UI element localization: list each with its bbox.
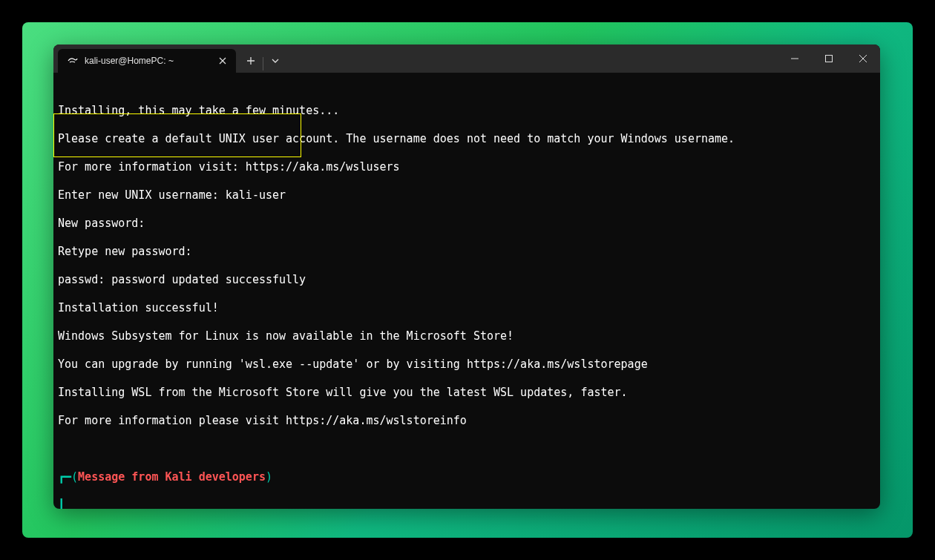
tab-active[interactable]: kali-user@HomePC: ~ [58,49,236,73]
terminal-content[interactable]: Installing, this may take a few minutes.… [53,73,880,509]
kali-icon [67,55,79,67]
window-controls [778,45,880,73]
new-tab-button[interactable] [239,49,263,73]
output-line: For more information visit: https://aka.… [58,160,876,174]
output-line: Installing, this may take a few minutes.… [58,104,876,118]
msg-border: ┃ [58,498,876,509]
output-line: Enter new UNIX username: kali-user [58,188,876,202]
output-line: Please create a default UNIX user accoun… [58,132,876,146]
output-line: You can upgrade by running 'wsl.exe --up… [58,358,876,372]
tab-controls [239,49,287,73]
output-line: passwd: password updated successfully [58,273,876,287]
svg-rect-0 [826,56,833,62]
terminal-window: kali-user@HomePC: ~ [53,45,880,509]
tab-title: kali-user@HomePC: ~ [85,56,211,66]
output-blank [58,442,876,456]
output-line: New password: [58,217,876,231]
msg-top: ┏━(Message from Kali developers) [58,470,876,484]
output-line: Installing WSL from the Microsoft Store … [58,386,876,400]
tab-close-button[interactable] [217,55,229,67]
maximize-button[interactable] [812,45,846,73]
close-button[interactable] [846,45,880,73]
output-line: For more information please visit https:… [58,414,876,428]
output-line: Installation successful! [58,301,876,315]
minimize-button[interactable] [778,45,812,73]
output-line: Windows Subsystem for Linux is now avail… [58,329,876,343]
output-line: Retype new password: [58,245,876,259]
titlebar: kali-user@HomePC: ~ [53,45,880,73]
tab-dropdown-button[interactable] [263,49,287,73]
